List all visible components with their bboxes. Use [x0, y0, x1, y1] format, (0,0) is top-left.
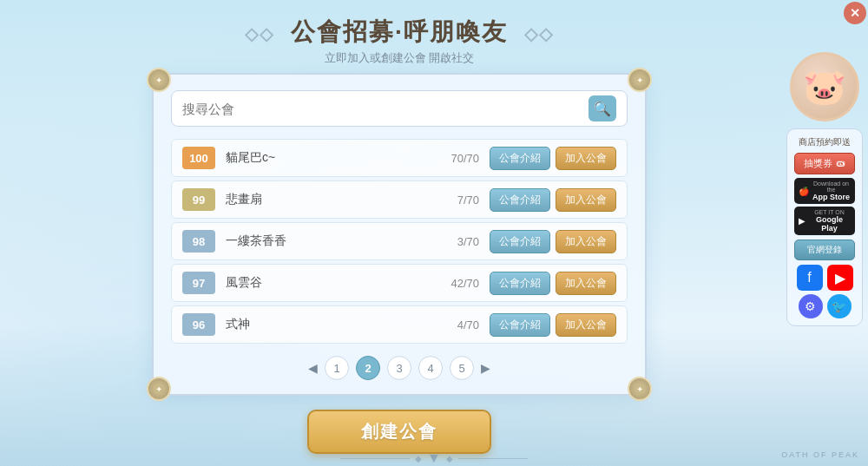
corner-decoration-bl — [147, 377, 171, 401]
guild-count: 7/70 — [427, 194, 479, 207]
guild-actions: 公會介紹 加入公會 — [490, 188, 616, 212]
google-play-label: Google Play — [808, 215, 851, 233]
corner-decoration-tl — [147, 68, 171, 92]
guild-actions: 公會介紹 加入公會 — [490, 230, 616, 253]
create-guild-button[interactable]: 創建公會 — [307, 410, 491, 454]
guild-list: 100 貓尾巴c~ 70/70 公會介紹 加入公會 99 悲畫扇 7/70 公會… — [171, 139, 628, 344]
facebook-icon[interactable]: f — [797, 265, 823, 291]
lottery-label: 抽獎券 — [804, 158, 832, 168]
app-store-text: Download on the App Store — [812, 180, 851, 201]
guild-count: 3/70 — [427, 235, 479, 248]
guild-actions: 公會介紹 加入公會 — [490, 147, 616, 170]
ticket-icon: 🎟 — [836, 158, 845, 168]
title-subtitle: 立即加入或創建公會 開啟社交 — [245, 50, 555, 66]
watermark: OATH OF PEAK — [781, 450, 859, 459]
table-row: 100 貓尾巴c~ 70/70 公會介紹 加入公會 — [171, 139, 628, 177]
app-store-label: App Store — [812, 193, 851, 201]
guild-name: 一縷茶香香 — [226, 233, 427, 249]
corner-decoration-br — [628, 377, 652, 401]
guild-rank: 98 — [182, 230, 215, 253]
guild-info-button[interactable]: 公會介紹 — [490, 188, 550, 212]
guild-rank: 100 — [182, 147, 215, 169]
diamond-right: ◇◇ — [524, 24, 554, 43]
guild-actions: 公會介紹 加入公會 — [490, 272, 616, 295]
join-guild-button[interactable]: 加入公會 — [556, 147, 616, 170]
join-guild-button[interactable]: 加入公會 — [556, 272, 616, 295]
app-store-sub: Download on the — [812, 180, 851, 193]
bottom-diamond-right: ◆ — [446, 454, 453, 463]
table-row: 96 式神 4/70 公會介紹 加入公會 — [171, 305, 628, 344]
close-button[interactable]: ✕ — [844, 2, 866, 24]
social-icons-row1: f ▶ — [794, 265, 855, 291]
google-play-button[interactable]: ▶ GET IT ON Google Play — [794, 207, 855, 235]
diamond-left: ◇◇ — [245, 24, 274, 43]
guild-rank: 99 — [182, 188, 215, 211]
guild-rank: 97 — [182, 272, 215, 294]
search-bar: 🔍 — [171, 90, 628, 127]
pagination: ◀ 1 2 3 4 5 ▶ — [171, 356, 628, 380]
guild-count: 4/70 — [427, 318, 479, 331]
title-area: ◇◇ 公會招募·呼朋喚友 ◇◇ 立即加入或創建公會 開啟社交 — [245, 16, 555, 66]
official-login-button[interactable]: 官網登錄 — [794, 240, 855, 260]
main-content: ◇◇ 公會招募·呼朋喚友 ◇◇ 立即加入或創建公會 開啟社交 🔍 100 貓尾巴… — [43, 0, 755, 466]
table-row: 97 風雲谷 42/70 公會介紹 加入公會 — [171, 264, 628, 302]
guild-info-button[interactable]: 公會介紹 — [490, 313, 550, 337]
right-sidebar: 🐷 商店預約即送 抽獎券 🎟 🍎 Download on the App Sto… — [781, 0, 868, 466]
youtube-icon[interactable]: ▶ — [827, 265, 853, 291]
app-store-button[interactable]: 🍎 Download on the App Store — [794, 178, 855, 204]
guild-name: 悲畫扇 — [226, 192, 427, 207]
title-text: 公會招募·呼朋喚友 — [291, 18, 508, 45]
bottom-line-left — [340, 458, 410, 459]
page-2-button[interactable]: 2 — [356, 356, 380, 380]
mascot-icon: 🐷 — [803, 67, 846, 108]
guild-panel: 🔍 100 貓尾巴c~ 70/70 公會介紹 加入公會 99 悲畫扇 7/70 … — [152, 73, 647, 396]
prev-page-button[interactable]: ◀ — [308, 361, 318, 375]
guild-name: 式神 — [226, 317, 427, 332]
google-play-text: GET IT ON Google Play — [808, 209, 851, 233]
mascot-avatar: 🐷 — [790, 52, 859, 121]
guild-name: 風雲谷 — [226, 275, 427, 291]
guild-name: 貓尾巴c~ — [226, 150, 427, 166]
twitter-icon[interactable]: 🐦 — [827, 294, 852, 318]
sidebar-panel: 商店預約即送 抽獎券 🎟 🍎 Download on the App Store… — [786, 128, 863, 326]
join-guild-button[interactable]: 加入公會 — [556, 313, 616, 337]
lottery-button[interactable]: 抽獎券 🎟 — [794, 153, 855, 174]
guild-rank: 96 — [182, 313, 215, 336]
join-guild-button[interactable]: 加入公會 — [556, 188, 616, 212]
google-play-sub: GET IT ON — [808, 209, 851, 215]
sidebar-title: 商店預約即送 — [794, 136, 855, 148]
guild-count: 42/70 — [427, 277, 479, 290]
corner-decoration-tr — [628, 68, 652, 92]
social-icons-row2: ⚙ 🐦 — [794, 294, 855, 318]
table-row: 99 悲畫扇 7/70 公會介紹 加入公會 — [171, 180, 628, 219]
page-title: ◇◇ 公會招募·呼朋喚友 ◇◇ — [245, 16, 555, 49]
bottom-diamond-left: ◆ — [415, 454, 422, 463]
bottom-center-icon: ▼ — [427, 450, 441, 466]
next-page-button[interactable]: ▶ — [481, 361, 490, 375]
guild-info-button[interactable]: 公會介紹 — [490, 147, 550, 170]
search-button[interactable]: 🔍 — [589, 95, 616, 121]
join-guild-button[interactable]: 加入公會 — [556, 230, 616, 253]
apple-icon: 🍎 — [799, 187, 809, 196]
guild-info-button[interactable]: 公會介紹 — [490, 272, 550, 295]
page-5-button[interactable]: 5 — [450, 356, 474, 380]
table-row: 98 一縷茶香香 3/70 公會介紹 加入公會 — [171, 222, 628, 260]
search-input[interactable] — [182, 102, 589, 116]
page-3-button[interactable]: 3 — [387, 356, 411, 380]
guild-info-button[interactable]: 公會介紹 — [490, 230, 550, 253]
page-4-button[interactable]: 4 — [418, 356, 443, 380]
guild-actions: 公會介紹 加入公會 — [490, 313, 616, 337]
google-icon: ▶ — [799, 216, 806, 226]
page-1-button[interactable]: 1 — [325, 356, 349, 380]
bottom-decoration: ◆ ▼ ◆ — [340, 450, 528, 466]
discord-icon[interactable]: ⚙ — [799, 294, 823, 318]
bottom-line-right — [458, 458, 528, 459]
guild-count: 70/70 — [427, 152, 479, 165]
